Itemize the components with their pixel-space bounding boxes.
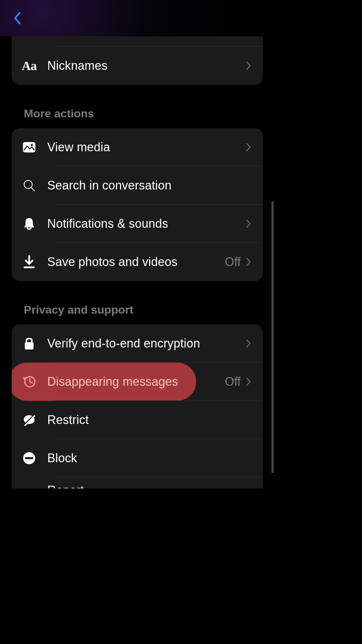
customization-card: Aa Nicknames: [12, 36, 263, 85]
bell-icon: [23, 217, 36, 231]
save-media-value: Off: [225, 255, 241, 269]
chevron-right-icon: [245, 377, 251, 386]
disappearing-messages-row[interactable]: Disappearing messages Off: [12, 363, 263, 401]
verify-e2e-row[interactable]: Verify end-to-end encryption: [12, 324, 263, 363]
image-icon: [22, 142, 36, 153]
save-media-label: Save photos and videos: [40, 255, 225, 269]
svg-rect-3: [25, 342, 34, 350]
block-row[interactable]: Block: [12, 439, 263, 477]
download-icon: [23, 255, 35, 269]
chat-slash-icon: [22, 413, 36, 427]
settings-screen: Aa Nicknames More actions: [0, 0, 275, 488]
chevron-right-icon: [245, 257, 251, 267]
header-gradient: [0, 0, 275, 36]
text-style-icon: Aa: [22, 58, 37, 73]
report-label: Report: [40, 483, 251, 488]
section-title-privacy: Privacy and support: [12, 303, 263, 316]
svg-rect-0: [23, 142, 36, 153]
scrollbar[interactable]: [272, 201, 274, 473]
svg-point-1: [31, 144, 33, 146]
disappearing-label: Disappearing messages: [40, 375, 225, 389]
notifications-label: Notifications & sounds: [40, 217, 245, 231]
no-entry-icon: [22, 451, 36, 465]
lock-icon: [24, 337, 35, 350]
save-media-row[interactable]: Save photos and videos Off: [12, 243, 263, 281]
view-media-label: View media: [40, 140, 245, 154]
more-actions-card: View media Search in conversation: [12, 128, 263, 281]
nicknames-label: Nicknames: [40, 59, 245, 73]
chevron-right-icon: [245, 219, 251, 228]
view-media-row[interactable]: View media: [12, 128, 263, 166]
restrict-label: Restrict: [40, 413, 251, 427]
history-icon: [22, 375, 36, 389]
disappearing-value: Off: [225, 375, 241, 389]
block-label: Block: [40, 451, 251, 465]
nicknames-row[interactable]: Aa Nicknames: [12, 47, 263, 85]
verify-e2e-label: Verify end-to-end encryption: [40, 336, 245, 351]
search-label: Search in conversation: [40, 178, 251, 193]
chevron-right-icon: [245, 143, 251, 152]
chevron-right-icon: [245, 339, 251, 348]
content: Aa Nicknames More actions: [0, 36, 275, 488]
restrict-row[interactable]: Restrict: [12, 401, 263, 439]
header: [0, 0, 275, 36]
chevron-right-icon: [245, 61, 251, 70]
report-row[interactable]: Report: [12, 477, 263, 488]
section-title-more-actions: More actions: [12, 107, 263, 120]
search-row[interactable]: Search in conversation: [12, 166, 263, 205]
chevron-left-icon: [14, 11, 21, 25]
search-icon: [22, 179, 36, 192]
privacy-card: Verify end-to-end encryption: [12, 324, 263, 488]
back-button[interactable]: [10, 11, 25, 25]
notifications-row[interactable]: Notifications & sounds: [12, 205, 263, 243]
svg-rect-6: [25, 457, 33, 459]
